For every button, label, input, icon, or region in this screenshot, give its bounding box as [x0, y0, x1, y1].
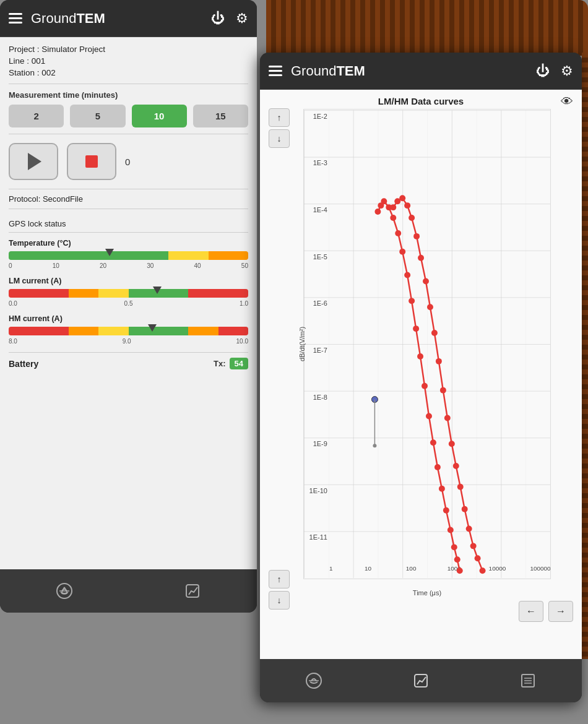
svg-point-45 — [409, 215, 415, 221]
svg-point-59 — [470, 543, 477, 549]
second-panel: GroundTEM ⏻ ⚙ LM/HM Data curves 👁 ↑ ↓ dB… — [260, 53, 582, 702]
app-title: GroundTEM — [31, 11, 200, 27]
hm-seg-red2 — [218, 327, 248, 335]
second-nav-list-button[interactable] — [519, 672, 537, 689]
second-power-icon[interactable]: ⏻ — [536, 63, 550, 79]
chart-nav-icon — [184, 582, 201, 600]
lm-bar — [9, 289, 248, 298]
lm-bar-wrap — [9, 289, 248, 298]
divider-1 — [9, 84, 248, 84]
second-settings-icon[interactable]: ⚙ — [561, 63, 573, 79]
control-value: 0 — [125, 157, 130, 167]
chart-area: dB/dt(V/m²) Time (μs) 1E-2 1E-3 — [303, 109, 551, 579]
chart-container: LM/HM Data curves 👁 ↑ ↓ dB/dt(V/m²) Time… — [260, 90, 582, 659]
second-app-title: GroundTEM — [291, 63, 525, 79]
second-list-icon — [519, 672, 537, 689]
svg-text:1E-7: 1E-7 — [313, 347, 327, 354]
second-nav-home-button[interactable] — [305, 672, 322, 689]
lm-seg-yellow — [98, 289, 128, 298]
gps-row: GPS lock status — [9, 215, 248, 233]
svg-point-39 — [454, 556, 460, 562]
svg-point-30 — [417, 353, 423, 360]
time-btn-5[interactable]: 5 — [70, 105, 125, 127]
svg-point-41 — [390, 204, 396, 210]
svg-point-38 — [451, 544, 457, 550]
stop-button[interactable] — [67, 143, 116, 180]
hm-bar-wrap — [9, 327, 248, 335]
svg-point-52 — [440, 387, 446, 394]
svg-text:1E-2: 1E-2 — [313, 113, 327, 120]
time-btn-15[interactable]: 15 — [193, 105, 248, 127]
main-bottom-nav — [0, 569, 257, 613]
svg-text:1E-6: 1E-6 — [313, 300, 327, 307]
temp-seg-green — [9, 251, 168, 260]
power-icon[interactable]: ⏻ — [211, 11, 225, 27]
second-home-icon — [305, 672, 322, 689]
hm-marker — [148, 324, 157, 332]
second-nav-chart-button[interactable] — [412, 672, 430, 689]
play-button[interactable] — [9, 143, 58, 180]
svg-text:1E-8: 1E-8 — [313, 394, 327, 401]
svg-point-27 — [404, 272, 410, 278]
nav-home-button[interactable] — [56, 582, 73, 600]
second-menu-icon[interactable] — [269, 66, 282, 76]
scroll-down-button[interactable]: ↓ — [269, 129, 290, 148]
svg-point-51 — [436, 358, 442, 364]
temperature-label: Temperature (°C) — [9, 239, 248, 248]
svg-point-20 — [374, 209, 381, 215]
time-btn-2[interactable]: 2 — [9, 105, 64, 127]
svg-rect-3 — [304, 110, 550, 578]
svg-point-34 — [435, 464, 441, 470]
chart-arrows-top: ↑ ↓ — [269, 108, 290, 148]
lm-current-label: LM current (A) — [9, 277, 248, 285]
chart-svg: 1E-2 1E-3 1E-4 1E-5 1E-6 1E-7 1E-8 1E-9 … — [303, 109, 551, 579]
scroll-up-button[interactable]: ↑ — [269, 108, 290, 127]
nav-chart-button[interactable] — [184, 582, 201, 600]
svg-text:1E-9: 1E-9 — [313, 440, 327, 447]
svg-point-25 — [395, 230, 401, 236]
svg-point-58 — [466, 526, 472, 532]
main-content: Project : Simulator Project Line : 001 S… — [0, 37, 257, 569]
hm-bar — [9, 327, 248, 335]
scroll-down-bottom-button[interactable]: ↓ — [269, 591, 290, 610]
svg-point-35 — [439, 486, 445, 492]
battery-label: Battery — [9, 359, 38, 369]
svg-point-54 — [449, 441, 455, 447]
chart-arrows-bottom: ↑ ↓ — [269, 570, 290, 610]
hm-seg-green — [129, 327, 189, 335]
second-header: GroundTEM ⏻ ⚙ — [260, 53, 582, 90]
chart-prev-button[interactable]: ← — [519, 601, 543, 622]
protocol-row: Protocol: SecondFile — [9, 189, 248, 209]
svg-point-55 — [453, 463, 459, 469]
svg-point-24 — [390, 215, 396, 221]
temperature-ticks: 0 10 20 30 40 50 — [9, 262, 248, 269]
svg-text:100000: 100000 — [530, 565, 551, 572]
time-btn-10[interactable]: 10 — [132, 105, 187, 127]
line-label: Line : 001 — [9, 56, 248, 66]
svg-text:10: 10 — [365, 565, 372, 572]
hm-seg-orange2 — [188, 327, 218, 335]
svg-text:1E-11: 1E-11 — [309, 533, 327, 541]
svg-point-43 — [399, 195, 405, 201]
svg-text:1E-5: 1E-5 — [313, 253, 327, 261]
svg-point-29 — [413, 325, 419, 332]
time-buttons-group: 2 5 10 15 — [9, 105, 248, 127]
protocol-label: Protocol: SecondFile — [9, 194, 83, 204]
svg-text:1: 1 — [329, 565, 333, 572]
svg-point-37 — [447, 527, 454, 533]
battery-row: Battery Tx: 54 — [9, 352, 248, 374]
svg-point-32 — [426, 413, 432, 419]
control-row: 0 — [9, 143, 248, 180]
measurement-label: Measurement time (minutes) — [9, 90, 248, 100]
chart-next-button[interactable]: → — [548, 601, 573, 622]
lm-seg-red2 — [188, 289, 248, 298]
hm-seg-orange — [69, 327, 98, 335]
hm-seg-yellow — [98, 327, 128, 335]
hm-current-label: HM current (A) — [9, 314, 248, 323]
scroll-up-bottom-button[interactable]: ↑ — [269, 570, 290, 588]
lm-seg-orange — [69, 289, 98, 298]
menu-icon[interactable] — [9, 13, 22, 24]
hm-current-gauge: HM current (A) 8.0 9.0 10.0 — [9, 314, 248, 345]
eye-icon[interactable]: 👁 — [561, 95, 573, 109]
settings-icon[interactable]: ⚙ — [236, 11, 248, 27]
